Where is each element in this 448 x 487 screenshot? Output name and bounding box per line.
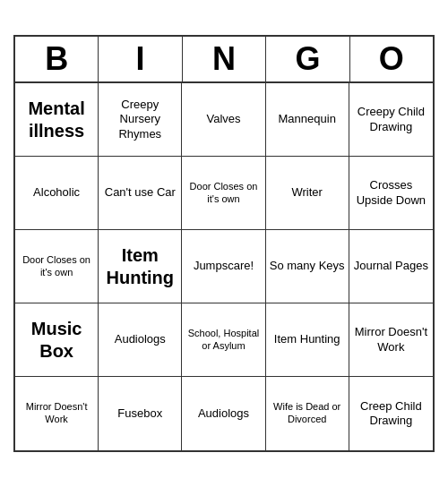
bingo-cell-1[interactable]: Creepy Nursery Rhymes [99,83,182,157]
bingo-cell-3[interactable]: Mannequin [266,83,349,157]
header-letter-o: O [350,37,433,81]
bingo-grid: Mental illnessCreepy Nursery RhymesValve… [15,83,433,450]
bingo-cell-18[interactable]: Item Hunting [266,303,349,377]
header-letter-n: N [183,37,266,81]
bingo-cell-13[interactable]: So many Keys [266,230,349,303]
bingo-cell-19[interactable]: Mirror Doesn't Work [349,303,433,377]
bingo-cell-7[interactable]: Door Closes on it's own [182,157,265,230]
bingo-cell-15[interactable]: Music Box [15,303,99,377]
bingo-cell-16[interactable]: Audiologs [99,303,182,377]
bingo-cell-17[interactable]: School, Hospital or Asylum [182,303,265,377]
bingo-cell-14[interactable]: Journal Pages [349,230,433,303]
header-letter-g: G [266,37,349,81]
bingo-cell-23[interactable]: Wife is Dead or Divorced [266,377,349,450]
bingo-cell-0[interactable]: Mental illness [15,83,99,157]
bingo-card: BINGO Mental illnessCreepy Nursery Rhyme… [13,35,435,452]
bingo-cell-20[interactable]: Mirror Doesn't Work [15,377,99,450]
header-letter-i: I [99,37,182,81]
bingo-cell-11[interactable]: Item Hunting [99,230,182,303]
header-letter-b: B [15,37,99,81]
bingo-cell-5[interactable]: Alcoholic [15,157,99,230]
bingo-cell-9[interactable]: Crosses Upside Down [349,157,433,230]
bingo-header: BINGO [15,37,433,83]
bingo-cell-8[interactable]: Writer [266,157,349,230]
bingo-cell-21[interactable]: Fusebox [99,377,182,450]
bingo-cell-10[interactable]: Door Closes on it's own [15,230,99,303]
bingo-cell-24[interactable]: Creep Child Drawing [349,377,433,450]
bingo-cell-22[interactable]: Audiologs [182,377,265,450]
bingo-cell-12[interactable]: Jumpscare! [182,230,265,303]
bingo-cell-4[interactable]: Creepy Child Drawing [349,83,433,157]
bingo-cell-2[interactable]: Valves [182,83,265,157]
bingo-cell-6[interactable]: Can't use Car [99,157,182,230]
